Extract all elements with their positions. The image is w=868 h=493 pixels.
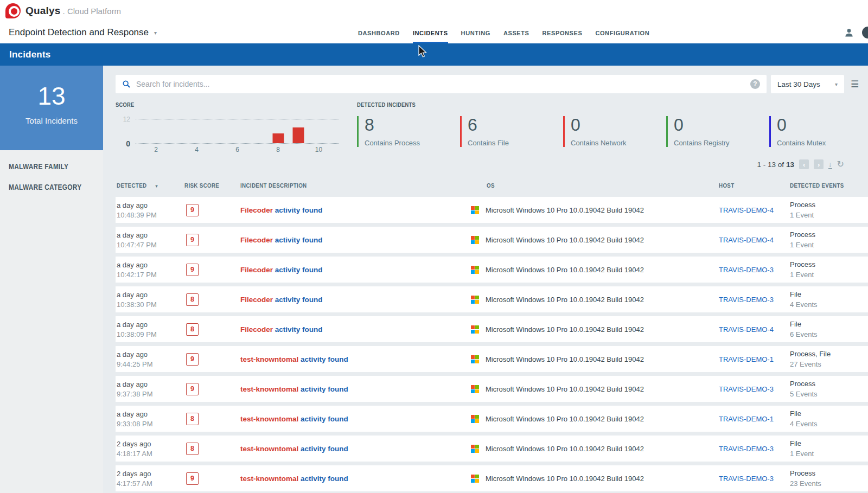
incident-description-link[interactable]: test-knowntomal activity found xyxy=(240,355,471,363)
table-row[interactable]: a day ago 9:44:25 PM 9 test-knowntomal a… xyxy=(116,346,868,372)
nav-tab[interactable]: DASHBOARD xyxy=(358,22,400,43)
incident-description-link[interactable]: Filecoder activity found xyxy=(240,266,471,274)
total-incidents-card[interactable]: 13 Total Incidents xyxy=(0,66,103,150)
col-header-os[interactable]: OS xyxy=(471,182,711,189)
host-link[interactable]: TRAVIS-DEMO-1 xyxy=(711,355,784,363)
main-content: ? Last 30 Days ▾ ☰ SCORE 12 0 246810 xyxy=(103,66,868,493)
event-count: 4 Events xyxy=(790,300,868,309)
table-row[interactable]: 2 days ago 4:17:57 AM 9 test-knowntomal … xyxy=(116,465,868,491)
mouse-cursor xyxy=(418,45,427,58)
refresh-icon[interactable]: ↻ xyxy=(837,160,844,169)
score-chart-title: SCORE xyxy=(116,101,339,108)
detected-cell: a day ago 9:44:25 PM xyxy=(116,350,184,368)
col-header-detected[interactable]: DETECTED▾ xyxy=(116,182,184,189)
detected-time: 4:18:17 AM xyxy=(117,450,184,458)
incident-action: activity found xyxy=(275,206,323,214)
filter-section: MALWARE CATEGORY xyxy=(9,183,94,191)
table-row[interactable]: a day ago 9:37:38 PM 9 test-knowntomal a… xyxy=(116,376,868,402)
host-link[interactable]: TRAVIS-DEMO-1 xyxy=(711,415,784,423)
host-link[interactable]: TRAVIS-DEMO-3 xyxy=(711,296,784,304)
date-range-select[interactable]: Last 30 Days ▾ xyxy=(771,75,844,93)
sort-down-icon: ▾ xyxy=(155,183,158,189)
detected-relative: a day ago xyxy=(117,380,184,388)
table-row[interactable]: a day ago 10:48:39 PM 9 Filecoder activi… xyxy=(116,197,868,223)
incident-action: activity found xyxy=(301,475,348,483)
detected-cell: 2 days ago 4:18:17 AM xyxy=(116,440,184,458)
col-header-detected-events[interactable]: DETECTED EVENTS xyxy=(784,182,868,189)
event-types: Process, File xyxy=(790,350,868,358)
score-bar xyxy=(272,133,284,143)
table-row[interactable]: a day ago 9:33:08 PM 8 test-knowntomal a… xyxy=(116,406,868,432)
pagination-range: 1 - 13 of13 xyxy=(757,161,795,169)
account-icon[interactable] xyxy=(862,27,868,39)
os-cell: Microsoft Windows 10 Pro 10.0.19042 Buil… xyxy=(471,475,711,483)
incident-description-link[interactable]: test-knowntomal activity found xyxy=(240,475,471,483)
host-link[interactable]: TRAVIS-DEMO-3 xyxy=(711,385,784,393)
sidebar-filters: MALWARE FAMILY MALWARE CATEGORY xyxy=(0,162,103,191)
table-row[interactable]: a day ago 10:47:47 PM 9 Filecoder activi… xyxy=(116,227,868,253)
detected-time: 10:48:39 PM xyxy=(117,211,184,219)
search-input[interactable] xyxy=(136,80,750,88)
incident-description-link[interactable]: test-knowntomal activity found xyxy=(240,445,471,453)
event-types: File xyxy=(790,439,868,447)
y-tick-label: 0 xyxy=(126,139,130,148)
incident-description-link[interactable]: test-knowntomal activity found xyxy=(240,385,471,393)
main-nav: DASHBOARD INCIDENTS HUNTING ASSETS RESPO… xyxy=(358,22,649,43)
incident-description-link[interactable]: Filecoder activity found xyxy=(240,206,471,214)
nav-tab[interactable]: CONFIGURATION xyxy=(595,22,649,43)
detected-events-cell: Process 5 Events xyxy=(784,380,868,398)
incident-description-link[interactable]: test-knowntomal activity found xyxy=(240,415,471,423)
nav-tab[interactable]: INCIDENTS xyxy=(413,22,448,43)
risk-score-cell: 9 xyxy=(184,264,240,276)
risk-score-badge: 8 xyxy=(186,293,199,306)
stat-card[interactable]: 8 Contains Process xyxy=(357,116,460,147)
stat-card[interactable]: 6 Contains File xyxy=(460,116,563,147)
stat-card[interactable]: 0 Contains Mutex xyxy=(769,116,868,147)
y-tick-label: 12 xyxy=(123,116,130,123)
os-label: Microsoft Windows 10 Pro 10.0.19042 Buil… xyxy=(486,266,644,274)
detected-cell: a day ago 10:38:30 PM xyxy=(116,291,184,309)
event-count: 23 Events xyxy=(790,479,868,488)
nav-tab[interactable]: ASSETS xyxy=(503,22,529,43)
host-link[interactable]: TRAVIS-DEMO-4 xyxy=(711,206,784,214)
host-link[interactable]: TRAVIS-DEMO-3 xyxy=(711,475,784,483)
host-link[interactable]: TRAVIS-DEMO-3 xyxy=(711,445,784,453)
next-page-button[interactable]: › xyxy=(814,159,824,169)
table-row[interactable]: 2 days ago 4:18:17 AM 8 test-knowntomal … xyxy=(116,436,868,462)
app-switcher[interactable]: Endpoint Detection and Response ▾ xyxy=(9,27,157,38)
nav-tab[interactable]: HUNTING xyxy=(461,22,490,43)
prev-page-button[interactable]: ‹ xyxy=(799,159,809,169)
header-icons xyxy=(844,22,868,43)
detected-relative: a day ago xyxy=(117,201,184,209)
summary-row: SCORE 12 0 246810 DETECTED INCIDENTS 8 xyxy=(116,101,868,152)
host-link[interactable]: TRAVIS-DEMO-3 xyxy=(711,266,784,274)
stat-card[interactable]: 0 Contains Network xyxy=(563,116,666,147)
host-link[interactable]: TRAVIS-DEMO-4 xyxy=(711,325,784,334)
col-header-description[interactable]: INCIDENT DESCRIPTION xyxy=(240,182,471,189)
stat-card[interactable]: 0 Contains Registry xyxy=(666,116,769,147)
help-icon[interactable]: ? xyxy=(750,79,760,89)
nav-tab[interactable]: RESPONSES xyxy=(542,22,583,43)
user-icon[interactable] xyxy=(844,27,854,38)
risk-score-cell: 8 xyxy=(184,323,240,336)
table-row[interactable]: a day ago 10:38:09 PM 8 Filecoder activi… xyxy=(116,316,868,342)
table-row[interactable]: a day ago 10:42:17 PM 9 Filecoder activi… xyxy=(116,257,868,283)
col-header-risk-score[interactable]: RISK SCORE xyxy=(184,182,240,189)
event-types: Process xyxy=(790,380,868,388)
incident-description-link[interactable]: Filecoder activity found xyxy=(240,325,471,334)
col-header-host[interactable]: HOST xyxy=(711,182,784,189)
incident-description-link[interactable]: Filecoder activity found xyxy=(240,296,471,304)
menu-icon[interactable]: ☰ xyxy=(851,80,859,89)
os-cell: Microsoft Windows 10 Pro 10.0.19042 Buil… xyxy=(471,206,711,214)
stat-value: 0 xyxy=(674,116,769,133)
detected-events-cell: Process 23 Events xyxy=(784,469,868,488)
incident-description-link[interactable]: Filecoder activity found xyxy=(240,236,471,244)
table-row[interactable]: a day ago 10:38:30 PM 8 Filecoder activi… xyxy=(116,286,868,312)
detected-events-cell: File 6 Events xyxy=(784,320,868,338)
windows-icon xyxy=(471,296,479,304)
host-link[interactable]: TRAVIS-DEMO-4 xyxy=(711,236,784,244)
download-icon[interactable]: ↓ xyxy=(828,159,832,169)
x-tick-label: 8 xyxy=(276,146,280,153)
risk-score-cell: 9 xyxy=(184,204,240,216)
filter-section: MALWARE FAMILY xyxy=(9,162,94,171)
